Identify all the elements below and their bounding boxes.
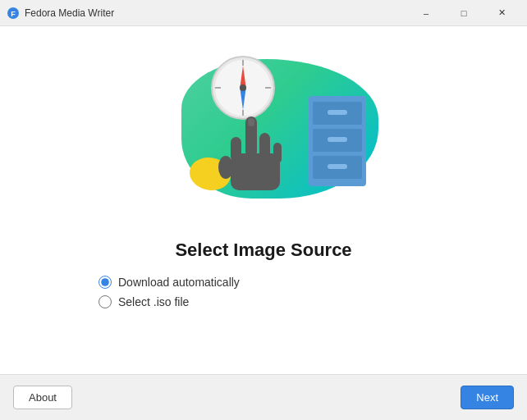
main-content: Select Image Source Download automatical… — [0, 26, 527, 374]
iso-radio[interactable] — [99, 295, 112, 308]
app-icon: F — [7, 7, 20, 20]
svg-text:F: F — [11, 10, 16, 18]
window-controls: – □ ✕ — [407, 0, 520, 26]
image-source-options: Download automatically Select .iso file — [99, 276, 240, 308]
svg-rect-20 — [328, 110, 347, 115]
svg-point-16 — [218, 156, 233, 179]
download-radio[interactable] — [99, 276, 112, 289]
svg-rect-22 — [328, 137, 347, 142]
close-button[interactable]: ✕ — [483, 0, 520, 26]
svg-rect-15 — [273, 143, 282, 163]
download-label: Download automatically — [118, 276, 240, 289]
iso-option[interactable]: Select .iso file — [99, 295, 240, 308]
svg-rect-13 — [259, 133, 270, 162]
svg-rect-14 — [231, 137, 241, 162]
hand-illustration — [214, 108, 296, 202]
iso-label: Select .iso file — [118, 295, 189, 308]
download-option[interactable]: Download automatically — [99, 276, 240, 289]
svg-point-10 — [240, 84, 246, 91]
svg-rect-24 — [328, 164, 347, 169]
illustration — [132, 43, 395, 223]
footer: About Next — [0, 374, 527, 420]
svg-rect-17 — [248, 118, 254, 126]
titlebar: F Fedora Media Writer – □ ✕ — [0, 0, 527, 26]
maximize-button[interactable]: □ — [445, 0, 483, 26]
about-button[interactable]: About — [13, 386, 72, 409]
page-heading: Select Image Source — [175, 240, 351, 261]
window-title: Fedora Media Writer — [25, 7, 407, 19]
minimize-button[interactable]: – — [407, 0, 445, 26]
cabinet-illustration — [305, 92, 370, 194]
next-button[interactable]: Next — [461, 386, 514, 409]
